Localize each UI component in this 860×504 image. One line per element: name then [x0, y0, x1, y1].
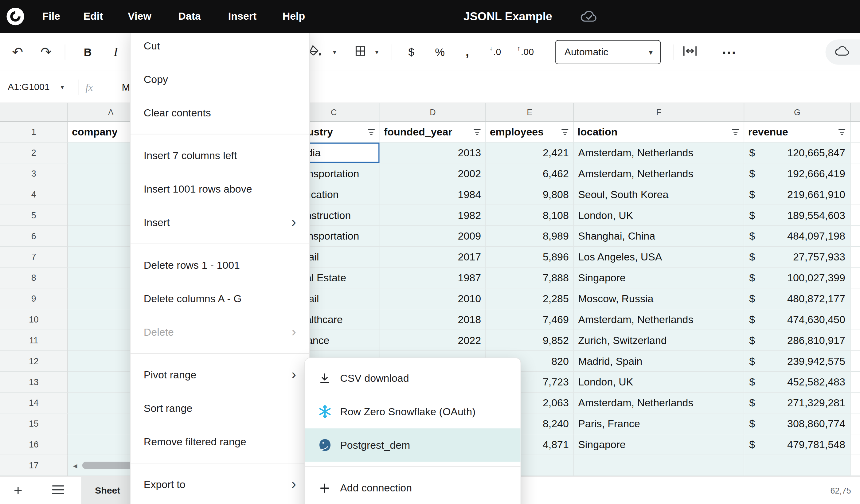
cell-G12[interactable]: $239,942,575 — [744, 351, 850, 372]
submenu-item-csv-download[interactable]: CSV download — [305, 361, 521, 395]
column-header-f[interactable]: F — [574, 103, 744, 121]
row-header-16[interactable]: 16 — [0, 434, 68, 455]
cell-G4[interactable]: $219,661,910 — [744, 184, 850, 205]
filter-icon[interactable] — [560, 128, 570, 136]
cell-D5[interactable]: 1982 — [380, 205, 486, 226]
decrease-decimal-button[interactable]: ↓.0 — [483, 33, 508, 71]
cell-G11[interactable]: $286,810,917 — [744, 330, 850, 351]
menu-item-sort-range[interactable]: Sort range — [130, 392, 309, 425]
menu-item-export-to[interactable]: Export to› — [130, 468, 309, 501]
cell-G16[interactable]: $479,781,548 — [744, 434, 850, 455]
cell-G17[interactable] — [744, 455, 850, 476]
cell-E3[interactable]: 6,462 — [486, 163, 574, 184]
cell-F13[interactable]: London, UK — [574, 372, 744, 393]
cell-E2[interactable]: 2,421 — [486, 143, 574, 163]
row-header-3[interactable]: 3 — [0, 163, 68, 184]
row-header-17[interactable]: 17 — [0, 455, 68, 476]
menu-item-pivot-range[interactable]: Pivot range› — [130, 358, 309, 392]
borders-dropdown[interactable]: ▾ — [371, 33, 382, 71]
menubar-item-insert[interactable]: Insert — [228, 0, 257, 33]
menu-item-clear-contents[interactable]: Clear contents — [130, 96, 309, 130]
cell-D3[interactable]: 2002 — [380, 163, 486, 184]
cell-E8[interactable]: 7,888 — [486, 268, 574, 288]
menubar-item-data[interactable]: Data — [178, 0, 201, 33]
cell-G7[interactable]: $27,757,933 — [744, 247, 850, 268]
redo-button[interactable]: ↷ — [36, 33, 56, 71]
row-header-5[interactable]: 5 — [0, 205, 68, 226]
cell-D9[interactable]: 2010 — [380, 288, 486, 309]
cell-F8[interactable]: Singapore — [574, 268, 744, 288]
autofit-columns-button[interactable] — [680, 33, 700, 71]
menubar-item-file[interactable]: File — [42, 0, 60, 33]
cell-D6[interactable]: 2009 — [380, 226, 486, 247]
cell-F10[interactable]: Amsterdam, Netherlands — [574, 309, 744, 330]
cell-F2[interactable]: Amsterdam, Netherlands — [574, 143, 744, 163]
cell-D4[interactable]: 1984 — [380, 184, 486, 205]
header-cell-location[interactable]: location — [574, 121, 744, 143]
cell-D10[interactable]: 2018 — [380, 309, 486, 330]
cell-E6[interactable]: 8,989 — [486, 226, 574, 247]
cell-D8[interactable]: 1987 — [380, 268, 486, 288]
cell-D2[interactable]: 2013 — [380, 143, 486, 163]
cell-F17[interactable] — [574, 455, 744, 476]
row-header-13[interactable]: 13 — [0, 372, 68, 393]
row-header-10[interactable]: 10 — [0, 309, 68, 330]
cell-F16[interactable]: Singapore — [574, 434, 744, 455]
header-cell-employees[interactable]: employees — [486, 121, 574, 143]
row-header-6[interactable]: 6 — [0, 226, 68, 247]
cell-G3[interactable]: $192,666,419 — [744, 163, 850, 184]
fill-color-dropdown[interactable]: ▾ — [329, 33, 340, 71]
cell-F11[interactable]: Zurich, Switzerland — [574, 330, 744, 351]
column-header-d[interactable]: D — [380, 103, 486, 121]
row-header-11[interactable]: 11 — [0, 330, 68, 351]
menu-item-delete[interactable]: Delete› — [130, 315, 309, 349]
row-header-2[interactable]: 2 — [0, 143, 68, 163]
cell-D7[interactable]: 2017 — [380, 247, 486, 268]
percent-format-button[interactable]: % — [429, 33, 450, 71]
cell-F3[interactable]: Amsterdam, Netherlands — [574, 163, 744, 184]
header-cell-revenue[interactable]: revenue — [744, 121, 850, 143]
document-title[interactable]: JSONL Example — [463, 10, 552, 23]
row-header-4[interactable]: 4 — [0, 184, 68, 205]
share-pill[interactable] — [826, 40, 860, 65]
row-header-12[interactable]: 12 — [0, 351, 68, 372]
cell-E10[interactable]: 7,469 — [486, 309, 574, 330]
sheet-list-button[interactable] — [48, 477, 68, 504]
cell-G8[interactable]: $100,027,399 — [744, 268, 850, 288]
filter-icon[interactable] — [837, 128, 846, 136]
row-header-1[interactable]: 1 — [0, 121, 68, 143]
cell-G2[interactable]: $120,665,847 — [744, 143, 850, 163]
menu-item-cut[interactable]: Cut — [130, 29, 309, 63]
scroll-left-button[interactable]: ◀ — [70, 461, 80, 470]
borders-button[interactable] — [352, 33, 369, 71]
cell-G15[interactable]: $308,860,774 — [744, 413, 850, 434]
cell-E11[interactable]: 9,852 — [486, 330, 574, 351]
submenu-item-row-zero-snowflake-oauth[interactable]: Row Zero Snowflake (OAuth) — [305, 395, 521, 429]
cell-E5[interactable]: 8,108 — [486, 205, 574, 226]
italic-button[interactable]: I — [105, 33, 126, 71]
cell-G6[interactable]: $484,097,198 — [744, 226, 850, 247]
cell-F9[interactable]: Moscow, Russia — [574, 288, 744, 309]
cell-F14[interactable]: Amsterdam, Netherlands — [574, 393, 744, 414]
cell-F6[interactable]: Shanghai, China — [574, 226, 744, 247]
submenu-item-postgrest-dem[interactable]: Postgrest_dem — [305, 429, 521, 462]
cell-F12[interactable]: Madrid, Spain — [574, 351, 744, 372]
name-box[interactable]: A1:G1001 ▾ — [8, 71, 64, 103]
row-header-15[interactable]: 15 — [0, 413, 68, 434]
cell-F15[interactable]: Paris, France — [574, 413, 744, 434]
submenu-item-add-connection[interactable]: Add connection — [305, 471, 521, 504]
row-header-8[interactable]: 8 — [0, 268, 68, 288]
menu-item-remove-filtered-range[interactable]: Remove filtered range — [130, 425, 309, 459]
comma-format-button[interactable]: , — [459, 33, 476, 71]
cell-F5[interactable]: London, UK — [574, 205, 744, 226]
cell-E7[interactable]: 5,896 — [486, 247, 574, 268]
row-header-7[interactable]: 7 — [0, 247, 68, 268]
currency-format-button[interactable]: $ — [401, 33, 422, 71]
cell-D11[interactable]: 2022 — [380, 330, 486, 351]
menu-item-copy[interactable]: Copy — [130, 63, 309, 96]
bold-button[interactable]: B — [77, 33, 98, 71]
menubar-item-edit[interactable]: Edit — [83, 0, 103, 33]
number-format-dropdown[interactable]: Automatic ▾ — [555, 40, 661, 64]
menu-item-insert[interactable]: Insert› — [130, 206, 309, 239]
menubar-item-help[interactable]: Help — [283, 0, 305, 33]
